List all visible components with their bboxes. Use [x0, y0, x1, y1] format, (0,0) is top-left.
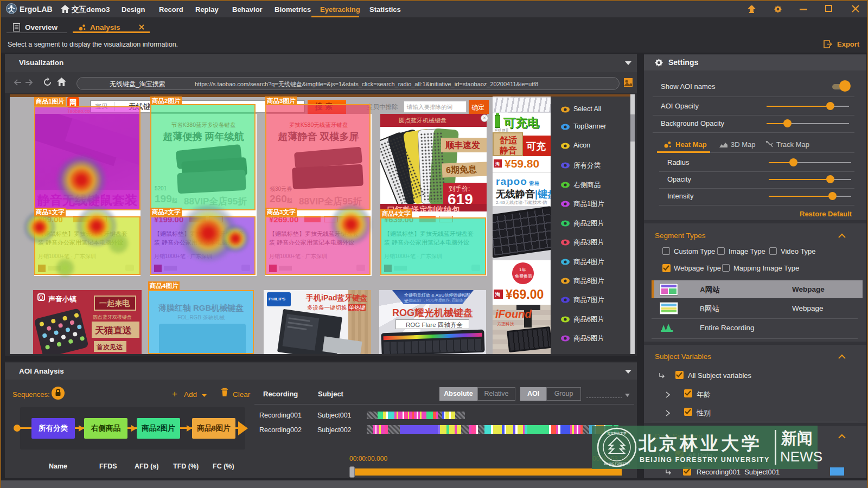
svg-text:北京林业大学: 北京林业大学 [607, 431, 627, 435]
svg-text:BEIJING FORESTRY: BEIJING FORESTRY [604, 462, 630, 465]
